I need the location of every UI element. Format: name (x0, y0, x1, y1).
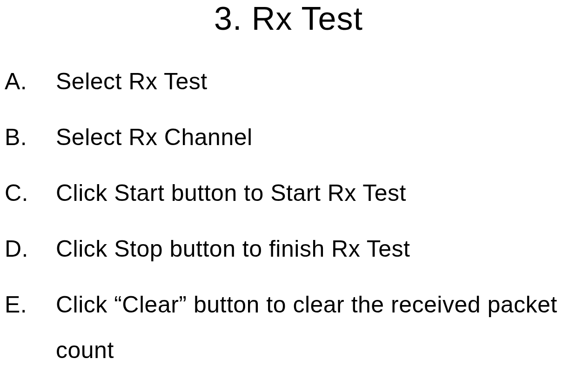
list-marker: A. (5, 65, 56, 98)
list-marker: D. (5, 233, 56, 265)
list-marker: C. (5, 177, 56, 209)
list-text: Select Rx Test (56, 65, 208, 98)
list-marker: E. (5, 288, 56, 373)
list-item: D. Click Stop button to finish Rx Test (5, 233, 577, 265)
list-text: Select Rx Channel (56, 121, 253, 153)
list-item: E. Click “Clear” button to clear the rec… (5, 288, 577, 373)
list-marker: B. (5, 121, 56, 153)
page-title: 3. Rx Test (0, 0, 577, 37)
list-text: Click “Clear” button to clear the receiv… (56, 282, 577, 373)
list-item: C. Click Start button to Start Rx Test (5, 177, 577, 209)
list-item: A. Select Rx Test (5, 65, 577, 98)
list-item: B. Select Rx Channel (5, 121, 577, 153)
list-text: Click Stop button to finish Rx Test (56, 233, 410, 265)
instruction-list: A. Select Rx Test B. Select Rx Channel C… (0, 65, 577, 373)
list-text: Click Start button to Start Rx Test (56, 177, 406, 209)
